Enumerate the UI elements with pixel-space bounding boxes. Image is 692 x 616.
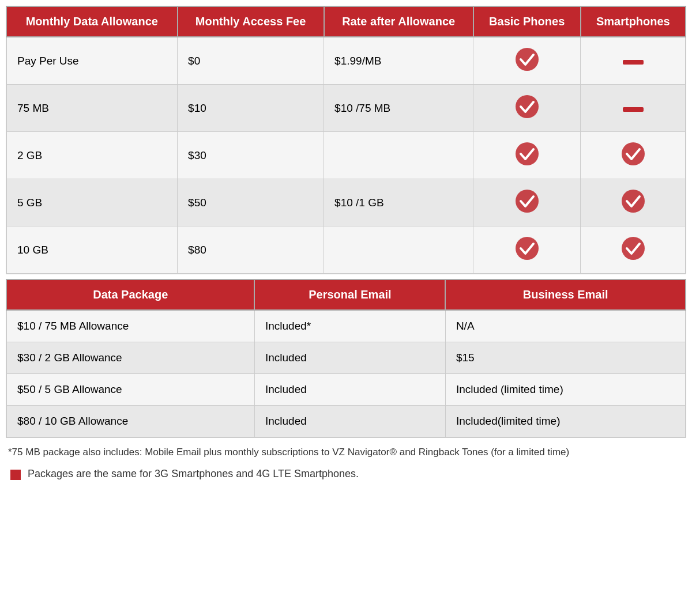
col-header-basic: Basic Phones (473, 6, 581, 37)
top-row-basic (473, 132, 581, 179)
svg-point-0 (516, 48, 539, 71)
bottom-email-table: Data Package Personal Email Business Ema… (6, 279, 686, 438)
bullet-row: Packages are the same for 3G Smartphones… (6, 466, 686, 482)
top-row-fee: $0 (178, 37, 324, 85)
top-pricing-table: Monthly Data Allowance Monthly Access Fe… (6, 6, 686, 274)
top-row-smart (581, 37, 686, 85)
top-row-basic (473, 226, 581, 274)
svg-point-1 (516, 95, 539, 118)
col-header-personal: Personal Email (254, 279, 445, 310)
top-row-basic (473, 85, 581, 132)
top-row-smart (581, 179, 686, 226)
bullet-text: Packages are the same for 3G Smartphones… (28, 468, 359, 480)
checkmark-icon (514, 94, 540, 119)
checkmark-icon (620, 236, 646, 261)
top-row-smart (581, 85, 686, 132)
top-row-allowance: 5 GB (6, 179, 178, 226)
bottom-row-package: $80 / 10 GB Allowance (6, 406, 254, 438)
top-row-rate: $10 /75 MB (324, 85, 473, 132)
top-row-allowance: 2 GB (6, 132, 178, 179)
checkmark-icon (514, 141, 540, 167)
svg-point-5 (622, 190, 645, 213)
col-header-smart: Smartphones (581, 6, 686, 37)
col-header-package: Data Package (6, 279, 254, 310)
bottom-row-personal: Included (254, 374, 445, 406)
main-container: Monthly Data Allowance Monthly Access Fe… (6, 6, 686, 482)
svg-point-6 (516, 237, 539, 260)
col-header-rate: Rate after Allowance (324, 6, 473, 37)
dash-icon (623, 107, 644, 112)
top-row-basic (473, 37, 581, 85)
svg-point-4 (516, 190, 539, 213)
bottom-row-business: N/A (445, 310, 686, 342)
top-row-fee: $10 (178, 85, 324, 132)
svg-point-3 (622, 142, 645, 165)
top-row-rate: $10 /1 GB (324, 179, 473, 226)
top-row-rate (324, 132, 473, 179)
bottom-row-personal: Included* (254, 310, 445, 342)
checkmark-icon (620, 141, 646, 167)
bottom-row-package: $50 / 5 GB Allowance (6, 374, 254, 406)
checkmark-icon (514, 47, 540, 72)
svg-point-2 (516, 142, 539, 165)
top-row-smart (581, 226, 686, 274)
checkmark-icon (514, 188, 540, 214)
svg-point-7 (622, 237, 645, 260)
top-row-allowance: 75 MB (6, 85, 178, 132)
col-header-business: Business Email (445, 279, 686, 310)
bottom-row-package: $10 / 75 MB Allowance (6, 310, 254, 342)
checkmark-icon (514, 236, 540, 261)
bullet-square-icon (10, 470, 21, 480)
bottom-row-business: $15 (445, 342, 686, 374)
top-row-rate (324, 226, 473, 274)
top-row-allowance: Pay Per Use (6, 37, 178, 85)
bottom-row-package: $30 / 2 GB Allowance (6, 342, 254, 374)
top-row-fee: $30 (178, 132, 324, 179)
dash-icon (623, 60, 644, 65)
bottom-row-personal: Included (254, 342, 445, 374)
bottom-row-personal: Included (254, 406, 445, 438)
checkmark-icon (620, 188, 646, 214)
top-row-fee: $80 (178, 226, 324, 274)
bottom-row-business: Included(limited time) (445, 406, 686, 438)
top-row-rate: $1.99/MB (324, 37, 473, 85)
top-row-allowance: 10 GB (6, 226, 178, 274)
top-row-fee: $50 (178, 179, 324, 226)
col-header-fee: Monthly Access Fee (178, 6, 324, 37)
col-header-allowance: Monthly Data Allowance (6, 6, 178, 37)
bottom-row-business: Included (limited time) (445, 374, 686, 406)
top-row-smart (581, 132, 686, 179)
top-row-basic (473, 179, 581, 226)
footnote-text: *75 MB package also includes: Mobile Ema… (6, 445, 686, 460)
